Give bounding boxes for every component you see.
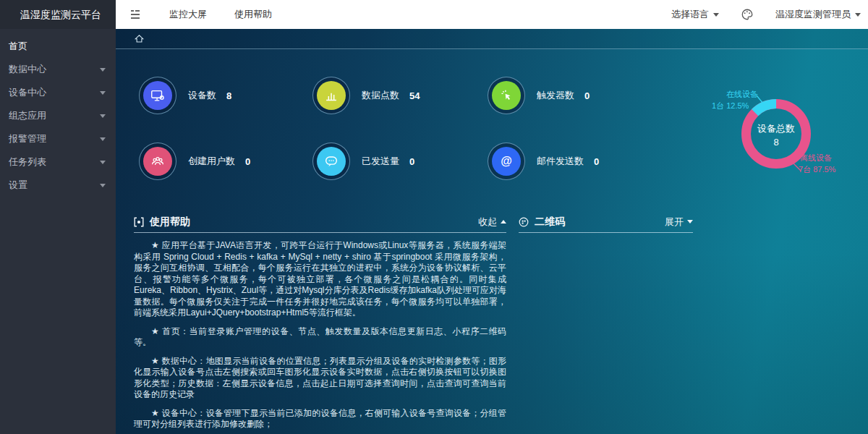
donut-center-value: 8 <box>773 137 778 148</box>
collapse-sidebar-icon[interactable] <box>129 9 142 20</box>
legend-online-label: 在线设备 <box>726 90 758 98</box>
chevron-down-icon <box>100 91 106 95</box>
sidebar-item-task-list[interactable]: 任务列表 <box>0 150 116 174</box>
theme-palette-icon[interactable] <box>741 8 754 21</box>
nav-use-help[interactable]: 使用帮助 <box>234 8 272 21</box>
stat-label: 设备数 <box>188 89 216 102</box>
caret-up-icon <box>501 220 506 224</box>
donut-center-label: 设备总数 <box>757 123 795 134</box>
bar-chart-icon <box>317 81 346 110</box>
stat-ring <box>312 142 350 180</box>
chevron-down-icon <box>100 184 106 187</box>
home-icon[interactable] <box>134 33 145 44</box>
device-total-donut-chart: 在线设备 1台 12.5% 离线设备 7台 87.5% 设备总数 8 <box>687 74 868 197</box>
nav-monitor-screen[interactable]: 监控大屏 <box>169 8 207 21</box>
legend-offline-label: 离线设备 <box>800 153 832 162</box>
stat-value: 54 <box>409 90 420 101</box>
stat-ring <box>139 142 176 180</box>
sidebar-item-device-center[interactable]: 设备中心 <box>0 81 116 104</box>
qr-panel-title: 二维码 <box>535 216 565 229</box>
caret-down-icon <box>687 220 693 224</box>
topbar: 监控大屏 使用帮助 选择语言 温湿度监测管理员 <box>116 0 868 29</box>
help-paragraph: ★ 数据中心：地图显示当前设备的位置信息；列表显示分组及设备的实时检测参数等；图… <box>134 356 506 401</box>
sidebar-item-label: 组态应用 <box>9 109 46 122</box>
sidebar-item-label: 设置 <box>9 179 27 192</box>
stat-triggers: 触发器数 0 <box>488 77 590 114</box>
svg-text:@: @ <box>501 155 512 167</box>
legend-offline-value: 7台 87.5% <box>799 165 836 174</box>
stat-sent-volume: 已发送量 0 <box>312 142 414 180</box>
stat-value: 0 <box>409 156 414 167</box>
stat-value: 0 <box>584 90 590 101</box>
chevron-down-icon <box>100 68 106 72</box>
help-panel: 使用帮助 收起 <box>134 214 506 233</box>
stat-created-users: 创建用户数 0 <box>139 142 250 180</box>
stat-ring <box>139 77 176 114</box>
donut-slice-offline[interactable] <box>746 104 807 164</box>
chevron-down-icon <box>100 161 106 164</box>
language-label: 选择语言 <box>671 8 709 21</box>
sidebar-item-label: 报警管理 <box>9 132 46 145</box>
monitor-gear-icon <box>143 81 172 110</box>
stat-value: 8 <box>226 90 231 101</box>
sidebar-item-home[interactable]: 首页 <box>0 35 116 58</box>
main-content: 设备数 8 数据点数 54 触发器数 0 <box>116 29 868 434</box>
expand-label: 展开 <box>665 216 684 229</box>
user-name: 温湿度监测管理员 <box>775 8 851 21</box>
sidebar-item-alarm-management[interactable]: 报警管理 <box>0 127 116 150</box>
stat-data-points: 数据点数 54 <box>312 77 420 114</box>
at-sign-icon: @ <box>492 147 521 176</box>
qr-panel-header: 二维码 展开 <box>519 214 693 233</box>
users-icon <box>143 147 172 176</box>
sidebar-item-settings[interactable]: 设置 <box>0 174 116 197</box>
stat-value: 0 <box>245 156 250 167</box>
help-panel-body: ★ 应用平台基于JAVA语言开发，可跨平台运行于Windows或Linux等服务… <box>134 240 506 434</box>
sidebar-item-configuration-app[interactable]: 组态应用 <box>0 104 116 127</box>
chevron-down-icon <box>100 137 106 141</box>
sidebar: 温湿度监测云平台 首页 数据中心 设备中心 组态应用 报警管理 任务列表 设置 <box>0 0 116 434</box>
stat-label: 邮件发送数 <box>537 155 584 168</box>
stat-emails-sent: @ 邮件发送数 0 <box>488 142 599 180</box>
chevron-down-icon <box>855 13 861 17</box>
sidebar-item-label: 首页 <box>9 40 27 53</box>
sidebar-item-label: 任务列表 <box>9 156 46 169</box>
sidebar-item-data-center[interactable]: 数据中心 <box>0 58 116 81</box>
breadcrumb <box>116 29 868 49</box>
chevron-down-icon <box>713 13 719 17</box>
help-collapse-button[interactable]: 收起 <box>478 216 506 229</box>
stat-label: 已发送量 <box>362 155 399 168</box>
focus-target-icon <box>134 217 144 227</box>
stat-label: 触发器数 <box>537 89 574 102</box>
stat-ring <box>312 77 350 114</box>
help-panel-header: 使用帮助 收起 <box>134 214 506 233</box>
language-selector[interactable]: 选择语言 <box>671 8 719 21</box>
stat-value: 0 <box>594 156 599 167</box>
qr-code-icon <box>519 217 529 227</box>
qr-expand-button[interactable]: 展开 <box>665 216 693 229</box>
sidebar-menu: 首页 数据中心 设备中心 组态应用 报警管理 任务列表 设置 <box>0 29 116 197</box>
qr-panel: 二维码 展开 <box>519 214 693 233</box>
user-menu[interactable]: 温湿度监测管理员 <box>775 8 861 21</box>
stat-label: 创建用户数 <box>188 155 235 168</box>
legend-online-value: 1台 12.5% <box>712 101 749 110</box>
help-paragraph: ★ 首页：当前登录账户管理的设备、节点、触发数量及版本信息更新日志、小程序二维码… <box>134 326 506 349</box>
app-title: 温湿度监测云平台 <box>0 0 116 29</box>
help-panel-title: 使用帮助 <box>150 216 190 229</box>
help-paragraph: ★ 应用平台基于JAVA语言开发，可跨平台运行于Windows或Linux等服务… <box>134 240 506 319</box>
stat-ring <box>488 77 525 114</box>
trigger-click-icon <box>492 81 521 110</box>
stat-label: 数据点数 <box>362 89 399 102</box>
help-paragraph: ★ 设备中心：设备管理下显示当前已添加的设备信息，右侧可输入设备号查询设备；分组… <box>134 408 506 430</box>
chat-bubble-icon <box>317 147 346 176</box>
sidebar-item-label: 数据中心 <box>9 63 46 76</box>
collapse-label: 收起 <box>478 216 497 229</box>
chevron-down-icon <box>100 114 106 118</box>
sidebar-item-label: 设备中心 <box>9 86 46 99</box>
stat-device-count: 设备数 8 <box>139 77 231 114</box>
stat-ring: @ <box>488 142 525 180</box>
